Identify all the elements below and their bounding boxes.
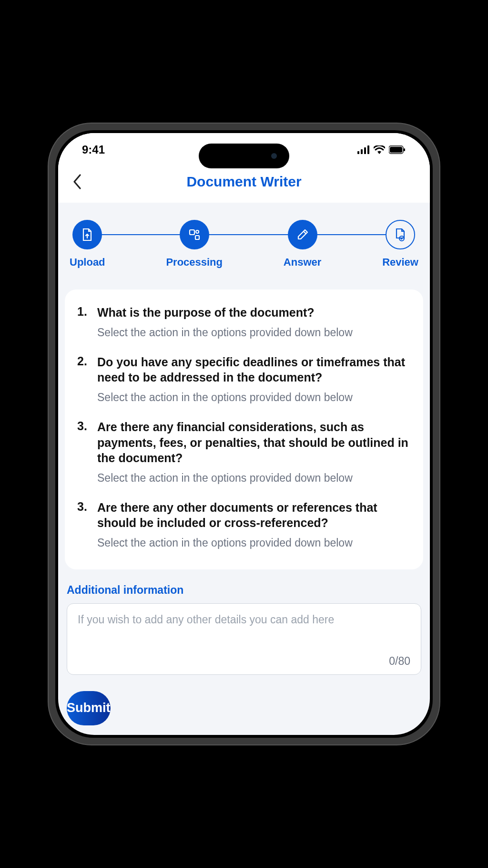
svg-rect-2 (364, 147, 366, 154)
phone-frame: 9:41 Document Writer Upload (49, 124, 439, 744)
question-subtitle: Select the action in the options provide… (97, 471, 411, 486)
additional-info-label: Additional information (67, 584, 421, 597)
wifi-icon (374, 145, 385, 154)
svg-rect-8 (195, 236, 199, 239)
step-label: Upload (70, 256, 105, 269)
cellular-icon (357, 145, 370, 154)
processing-icon (180, 220, 209, 249)
svg-rect-7 (190, 230, 194, 235)
question-item: 3. Are there any financial consideration… (77, 419, 411, 486)
question-title: Are there any financial considerations, … (97, 419, 411, 466)
step-processing[interactable]: Processing (166, 220, 223, 269)
screen: 9:41 Document Writer Upload (58, 133, 430, 734)
question-subtitle: Select the action in the options provide… (97, 325, 411, 340)
svg-rect-1 (361, 149, 363, 154)
back-button[interactable] (72, 174, 92, 189)
submit-label: Submit (67, 701, 111, 715)
questions-card: 1. What is the purpose of the document? … (65, 289, 423, 569)
dynamic-island (199, 144, 289, 168)
step-label: Review (382, 256, 418, 269)
question-number: 2. (77, 354, 91, 405)
svg-rect-5 (390, 147, 402, 153)
question-item: 1. What is the purpose of the document? … (77, 305, 411, 340)
svg-rect-6 (404, 148, 405, 151)
step-review[interactable]: Review (382, 220, 418, 269)
question-title: What is the purpose of the document? (97, 305, 411, 320)
page-title: Document Writer (186, 174, 301, 190)
pencil-icon (288, 220, 317, 249)
additional-info-input-wrapper: 0/80 (67, 603, 421, 675)
question-item: 3. Are there any other documents or refe… (77, 500, 411, 550)
svg-rect-0 (357, 151, 359, 154)
question-number: 1. (77, 305, 91, 340)
battery-icon (389, 145, 406, 154)
app-header: Document Writer (58, 166, 430, 203)
question-subtitle: Select the action in the options provide… (97, 536, 411, 550)
char-counter: 0/80 (389, 655, 410, 668)
question-item: 2. Do you have any specific deadlines or… (77, 354, 411, 405)
additional-info-section: Additional information 0/80 (58, 584, 430, 686)
phone-bezel: 9:41 Document Writer Upload (55, 130, 433, 737)
svg-rect-3 (367, 145, 369, 154)
file-review-icon (386, 220, 415, 249)
step-label: Answer (284, 256, 321, 269)
status-indicators (357, 145, 406, 154)
step-answer[interactable]: Answer (284, 220, 321, 269)
question-subtitle: Select the action in the options provide… (97, 390, 411, 405)
step-upload[interactable]: Upload (70, 220, 105, 269)
submit-button[interactable]: Submit (67, 691, 111, 725)
question-number: 3. (77, 419, 91, 486)
question-title: Do you have any specific deadlines or ti… (97, 354, 411, 385)
svg-point-9 (196, 230, 199, 233)
file-upload-icon (72, 220, 102, 249)
additional-info-input[interactable] (78, 613, 410, 651)
question-number: 3. (77, 500, 91, 550)
step-label: Processing (166, 256, 223, 269)
status-time: 9:41 (82, 143, 105, 156)
progress-stepper: Upload Processing Answer Review (58, 203, 430, 289)
question-title: Are there any other documents or referen… (97, 500, 411, 531)
